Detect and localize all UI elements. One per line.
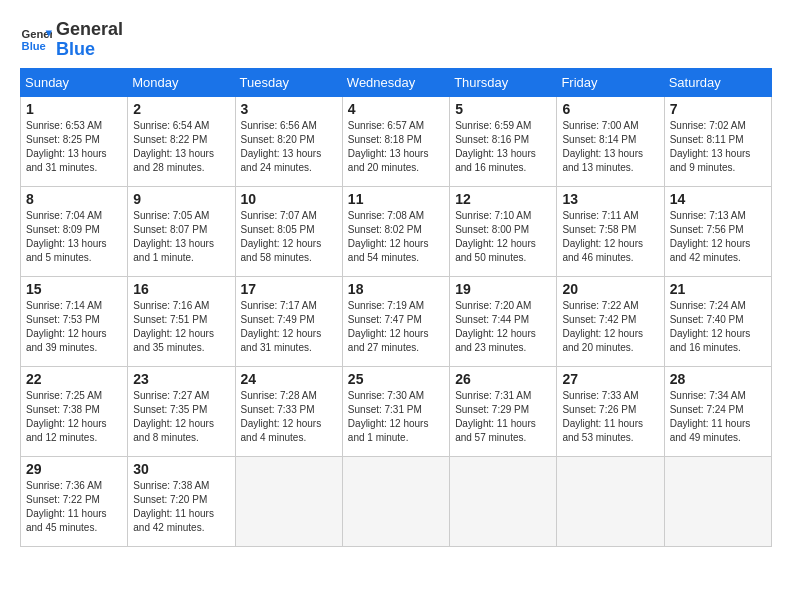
day-cell-24: 24 Sunrise: 7:28 AMSunset: 7:33 PMDaylig… [235, 366, 342, 456]
day-cell-15: 15 Sunrise: 7:14 AMSunset: 7:53 PMDaylig… [21, 276, 128, 366]
day-number: 17 [241, 281, 337, 297]
day-number: 19 [455, 281, 551, 297]
day-cell-16: 16 Sunrise: 7:16 AMSunset: 7:51 PMDaylig… [128, 276, 235, 366]
day-number: 1 [26, 101, 122, 117]
day-cell-9: 9 Sunrise: 7:05 AMSunset: 8:07 PMDayligh… [128, 186, 235, 276]
day-number: 12 [455, 191, 551, 207]
logo: General Blue GeneralBlue [20, 20, 123, 60]
svg-text:Blue: Blue [22, 39, 46, 51]
empty-cell [235, 456, 342, 546]
empty-cell [342, 456, 449, 546]
day-cell-10: 10 Sunrise: 7:07 AMSunset: 8:05 PMDaylig… [235, 186, 342, 276]
day-info: Sunrise: 7:34 AMSunset: 7:24 PMDaylight:… [670, 389, 766, 445]
day-info: Sunrise: 7:16 AMSunset: 7:51 PMDaylight:… [133, 299, 229, 355]
day-number: 4 [348, 101, 444, 117]
day-info: Sunrise: 7:00 AMSunset: 8:14 PMDaylight:… [562, 119, 658, 175]
day-info: Sunrise: 7:10 AMSunset: 8:00 PMDaylight:… [455, 209, 551, 265]
empty-cell [557, 456, 664, 546]
day-info: Sunrise: 6:54 AMSunset: 8:22 PMDaylight:… [133, 119, 229, 175]
empty-cell [664, 456, 771, 546]
day-number: 24 [241, 371, 337, 387]
day-cell-20: 20 Sunrise: 7:22 AMSunset: 7:42 PMDaylig… [557, 276, 664, 366]
day-info: Sunrise: 7:08 AMSunset: 8:02 PMDaylight:… [348, 209, 444, 265]
day-number: 30 [133, 461, 229, 477]
day-info: Sunrise: 7:28 AMSunset: 7:33 PMDaylight:… [241, 389, 337, 445]
day-info: Sunrise: 6:53 AMSunset: 8:25 PMDaylight:… [26, 119, 122, 175]
day-number: 27 [562, 371, 658, 387]
day-info: Sunrise: 7:20 AMSunset: 7:44 PMDaylight:… [455, 299, 551, 355]
day-cell-30: 30 Sunrise: 7:38 AMSunset: 7:20 PMDaylig… [128, 456, 235, 546]
day-number: 13 [562, 191, 658, 207]
day-info: Sunrise: 6:59 AMSunset: 8:16 PMDaylight:… [455, 119, 551, 175]
day-number: 8 [26, 191, 122, 207]
logo-icon: General Blue [20, 24, 52, 56]
day-number: 25 [348, 371, 444, 387]
day-info: Sunrise: 7:05 AMSunset: 8:07 PMDaylight:… [133, 209, 229, 265]
day-info: Sunrise: 7:30 AMSunset: 7:31 PMDaylight:… [348, 389, 444, 445]
day-number: 18 [348, 281, 444, 297]
day-number: 2 [133, 101, 229, 117]
empty-cell [450, 456, 557, 546]
header-monday: Monday [128, 68, 235, 96]
day-cell-13: 13 Sunrise: 7:11 AMSunset: 7:58 PMDaylig… [557, 186, 664, 276]
day-info: Sunrise: 7:02 AMSunset: 8:11 PMDaylight:… [670, 119, 766, 175]
day-cell-4: 4 Sunrise: 6:57 AMSunset: 8:18 PMDayligh… [342, 96, 449, 186]
day-cell-28: 28 Sunrise: 7:34 AMSunset: 7:24 PMDaylig… [664, 366, 771, 456]
header-sunday: Sunday [21, 68, 128, 96]
day-cell-6: 6 Sunrise: 7:00 AMSunset: 8:14 PMDayligh… [557, 96, 664, 186]
day-cell-25: 25 Sunrise: 7:30 AMSunset: 7:31 PMDaylig… [342, 366, 449, 456]
day-info: Sunrise: 7:27 AMSunset: 7:35 PMDaylight:… [133, 389, 229, 445]
header-tuesday: Tuesday [235, 68, 342, 96]
day-number: 10 [241, 191, 337, 207]
day-info: Sunrise: 7:17 AMSunset: 7:49 PMDaylight:… [241, 299, 337, 355]
day-number: 7 [670, 101, 766, 117]
day-number: 22 [26, 371, 122, 387]
day-info: Sunrise: 7:25 AMSunset: 7:38 PMDaylight:… [26, 389, 122, 445]
day-cell-26: 26 Sunrise: 7:31 AMSunset: 7:29 PMDaylig… [450, 366, 557, 456]
day-number: 9 [133, 191, 229, 207]
day-number: 29 [26, 461, 122, 477]
day-cell-5: 5 Sunrise: 6:59 AMSunset: 8:16 PMDayligh… [450, 96, 557, 186]
header-wednesday: Wednesday [342, 68, 449, 96]
week-row-4: 22 Sunrise: 7:25 AMSunset: 7:38 PMDaylig… [21, 366, 772, 456]
day-number: 14 [670, 191, 766, 207]
week-row-2: 8 Sunrise: 7:04 AMSunset: 8:09 PMDayligh… [21, 186, 772, 276]
day-info: Sunrise: 7:13 AMSunset: 7:56 PMDaylight:… [670, 209, 766, 265]
day-cell-8: 8 Sunrise: 7:04 AMSunset: 8:09 PMDayligh… [21, 186, 128, 276]
day-cell-2: 2 Sunrise: 6:54 AMSunset: 8:22 PMDayligh… [128, 96, 235, 186]
calendar-table: Sunday Monday Tuesday Wednesday Thursday… [20, 68, 772, 547]
day-cell-3: 3 Sunrise: 6:56 AMSunset: 8:20 PMDayligh… [235, 96, 342, 186]
svg-text:General: General [22, 28, 52, 40]
day-cell-17: 17 Sunrise: 7:17 AMSunset: 7:49 PMDaylig… [235, 276, 342, 366]
day-number: 26 [455, 371, 551, 387]
day-info: Sunrise: 7:11 AMSunset: 7:58 PMDaylight:… [562, 209, 658, 265]
week-row-5: 29 Sunrise: 7:36 AMSunset: 7:22 PMDaylig… [21, 456, 772, 546]
week-row-3: 15 Sunrise: 7:14 AMSunset: 7:53 PMDaylig… [21, 276, 772, 366]
day-number: 11 [348, 191, 444, 207]
day-cell-11: 11 Sunrise: 7:08 AMSunset: 8:02 PMDaylig… [342, 186, 449, 276]
day-cell-27: 27 Sunrise: 7:33 AMSunset: 7:26 PMDaylig… [557, 366, 664, 456]
day-cell-23: 23 Sunrise: 7:27 AMSunset: 7:35 PMDaylig… [128, 366, 235, 456]
day-info: Sunrise: 7:24 AMSunset: 7:40 PMDaylight:… [670, 299, 766, 355]
day-cell-21: 21 Sunrise: 7:24 AMSunset: 7:40 PMDaylig… [664, 276, 771, 366]
day-cell-19: 19 Sunrise: 7:20 AMSunset: 7:44 PMDaylig… [450, 276, 557, 366]
day-cell-29: 29 Sunrise: 7:36 AMSunset: 7:22 PMDaylig… [21, 456, 128, 546]
day-number: 20 [562, 281, 658, 297]
day-number: 15 [26, 281, 122, 297]
day-info: Sunrise: 7:04 AMSunset: 8:09 PMDaylight:… [26, 209, 122, 265]
day-info: Sunrise: 7:14 AMSunset: 7:53 PMDaylight:… [26, 299, 122, 355]
header-thursday: Thursday [450, 68, 557, 96]
header-saturday: Saturday [664, 68, 771, 96]
day-number: 5 [455, 101, 551, 117]
day-number: 28 [670, 371, 766, 387]
day-cell-12: 12 Sunrise: 7:10 AMSunset: 8:00 PMDaylig… [450, 186, 557, 276]
day-cell-22: 22 Sunrise: 7:25 AMSunset: 7:38 PMDaylig… [21, 366, 128, 456]
day-cell-1: 1 Sunrise: 6:53 AMSunset: 8:25 PMDayligh… [21, 96, 128, 186]
weekday-header-row: Sunday Monday Tuesday Wednesday Thursday… [21, 68, 772, 96]
day-info: Sunrise: 7:31 AMSunset: 7:29 PMDaylight:… [455, 389, 551, 445]
day-info: Sunrise: 6:56 AMSunset: 8:20 PMDaylight:… [241, 119, 337, 175]
day-info: Sunrise: 7:36 AMSunset: 7:22 PMDaylight:… [26, 479, 122, 535]
day-number: 21 [670, 281, 766, 297]
day-cell-7: 7 Sunrise: 7:02 AMSunset: 8:11 PMDayligh… [664, 96, 771, 186]
day-cell-18: 18 Sunrise: 7:19 AMSunset: 7:47 PMDaylig… [342, 276, 449, 366]
